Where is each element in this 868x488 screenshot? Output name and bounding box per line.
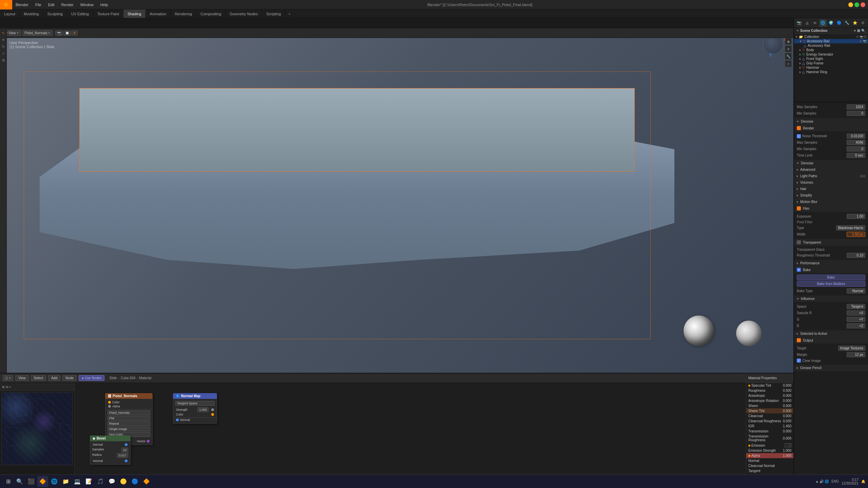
misc-icon[interactable]: 🔵 <box>130 476 140 487</box>
sc-filter-btn[interactable]: ⊞ <box>857 29 860 33</box>
cmd-icon[interactable]: 💻 <box>72 476 83 487</box>
rp-film-header[interactable]: Film <box>794 205 868 212</box>
strength-val[interactable]: 1.000 <box>197 407 209 412</box>
blender2-icon[interactable]: 🔶 <box>141 476 152 487</box>
tab-texture-paint[interactable]: Texture Paint <box>93 9 123 18</box>
ar-camera-icon[interactable]: 📷 <box>863 40 867 43</box>
projection-field[interactable]: Flat <box>107 416 150 421</box>
notification-btn[interactable]: 🔔 <box>861 480 865 483</box>
viewport-overlay-toggle[interactable]: ◉ <box>785 38 792 45</box>
tool-rotate[interactable]: ↻ <box>0 43 6 49</box>
tool-select[interactable]: ↖ <box>0 30 6 36</box>
g-val[interactable]: +Y <box>847 317 865 322</box>
viewport-icon-btn-1[interactable]: 📷 <box>55 30 63 36</box>
rp-bake-header[interactable]: B Bake <box>794 266 868 273</box>
viewport-proportional-toggle[interactable]: ⊙ <box>785 60 792 67</box>
rp-type-val[interactable]: Blackman-Harris <box>836 225 865 230</box>
rp-ms-val[interactable]: 1024 <box>847 104 865 109</box>
noise-val[interactable]: 0.01100 <box>847 134 865 139</box>
output-check[interactable] <box>797 338 801 342</box>
coll-camera-icon[interactable]: 📷 <box>860 35 863 39</box>
viewport-3d[interactable]: User Perspective (1) Scene Collection | … <box>0 38 793 373</box>
close-button[interactable] <box>861 2 865 7</box>
task-view-button[interactable]: ⬛ <box>26 476 37 487</box>
rp-render-header[interactable]: Render <box>794 125 868 131</box>
rp-width-val[interactable]: 1.50 px <box>847 232 865 237</box>
tgt-val[interactable]: Image Textures <box>838 346 865 351</box>
repeat-field[interactable]: Repeat <box>107 421 150 426</box>
sc-item-hammer-ring[interactable]: △ Hammer Ring <box>794 70 868 74</box>
film-check[interactable] <box>797 206 801 210</box>
menu-help[interactable]: Help <box>97 0 112 9</box>
tool-scale[interactable]: ⤢ <box>0 50 6 56</box>
mg-val[interactable]: 12 px <box>847 352 865 357</box>
viewport-icon-btn-3[interactable]: ✕ <box>72 30 78 36</box>
vscode-icon[interactable]: 📝 <box>83 476 94 487</box>
noise-threshold-check[interactable]: Noise Threshold <box>797 134 827 138</box>
tangent-space-field[interactable]: Tangent Space <box>175 401 215 406</box>
bake-button[interactable]: Bake <box>797 274 865 280</box>
rp-denoise1-header[interactable]: Denoise <box>794 118 868 125</box>
bt-val[interactable]: Normal <box>847 288 865 293</box>
viewport-snap-toggle[interactable]: 🔧 <box>785 53 792 60</box>
transparent-check[interactable] <box>797 240 801 244</box>
tab-animation[interactable]: Animation <box>146 9 171 18</box>
prop-icon-particles[interactable]: ⭐ <box>851 19 859 27</box>
node-canvas[interactable]: ⊞ ⊟ × <box>0 383 793 488</box>
tab-uv-editing[interactable]: UV Editing <box>67 9 93 18</box>
menu-file[interactable]: File <box>32 0 45 9</box>
sc-item-ar-mesh[interactable]: △ Accessory Rail <box>794 43 868 48</box>
sc-add-btn[interactable]: + <box>854 29 856 33</box>
sc-item-accessory-rail[interactable]: ▽ Accessory Rail 👁 📷 <box>794 39 868 43</box>
type-field[interactable]: Single Image <box>107 427 150 431</box>
chrome-icon[interactable]: 🟡 <box>118 476 129 487</box>
menu-blender[interactable]: Blender <box>12 0 32 9</box>
discord-icon[interactable]: 💬 <box>106 476 117 487</box>
rp-transparent-header[interactable]: Transparent <box>794 239 868 246</box>
prop-icon-modifier[interactable]: 🔧 <box>843 19 851 27</box>
node-view-btn[interactable]: View <box>15 375 29 381</box>
sc-item-grip-frame[interactable]: △ Grip Frame <box>794 61 868 65</box>
sc-item-collection[interactable]: 📁 Collection 👁 📷 ☐ <box>794 35 868 39</box>
coll-eye-icon[interactable]: 👁 <box>856 35 859 39</box>
node-node-btn[interactable]: Node <box>62 375 77 381</box>
viewport-gizmo-toggle[interactable]: ⊕ <box>785 45 792 52</box>
rp-denoise2-header[interactable]: Denoise <box>794 160 868 166</box>
tab-compositing[interactable]: Compositing <box>196 9 225 18</box>
tool-move[interactable]: ✛ <box>0 37 6 43</box>
rp-volumes-header[interactable]: Volumes <box>794 179 868 186</box>
rp-light-paths-header[interactable]: Light Paths ⊞⊞ <box>794 173 868 179</box>
b-val[interactable]: +Z <box>847 323 865 328</box>
rp-influence-header[interactable]: Influence <box>794 296 868 302</box>
tab-sculpting[interactable]: Sculpting <box>43 9 67 18</box>
bake-from-multires-button[interactable]: Bake from Multires <box>797 281 865 287</box>
blender-taskbar-icon[interactable]: 🔶 <box>37 476 48 487</box>
texture-name-field[interactable]: Pistol_Normals <box>107 410 150 415</box>
tool-transform[interactable]: ⊞ <box>0 57 6 63</box>
render-check[interactable] <box>797 126 801 130</box>
rp-advanced-header[interactable]: Advanced <box>794 166 868 173</box>
viewport-icon-btn-2[interactable]: 🔲 <box>63 30 71 36</box>
sc-collapse-arrow[interactable] <box>797 30 799 32</box>
tab-modeling[interactable]: Modeling <box>20 9 43 18</box>
minimize-button[interactable] <box>848 2 853 7</box>
coll-exclude-btn[interactable]: ☐ <box>864 35 867 39</box>
rp-motion-blur-header[interactable]: Motion Blur <box>794 199 868 205</box>
rp-performance-header[interactable]: Performance <box>794 260 868 266</box>
rp-rmax-val[interactable]: 4096 <box>847 140 865 145</box>
explorer-icon[interactable]: 📁 <box>60 476 71 487</box>
bake-check[interactable]: B <box>797 268 801 272</box>
menu-window[interactable]: Window <box>77 0 97 9</box>
tab-geometry-nodes[interactable]: Geometry Nodes <box>225 9 262 18</box>
rp-rmin-val[interactable]: 0 <box>847 146 865 151</box>
node-editor-type-dropdown[interactable]: ⬡ <box>3 375 13 381</box>
node-add-btn[interactable]: Add <box>48 375 60 381</box>
use-nodes-btn[interactable]: ● Use Nodes <box>79 375 104 381</box>
tab-rendering[interactable]: Rendering <box>171 9 196 18</box>
edge-icon[interactable]: 🌐 <box>49 476 60 487</box>
sc-item-energy-gen[interactable]: ▽ Energy Generator <box>794 52 868 57</box>
prop-icon-physics[interactable]: ⚙ <box>860 19 867 27</box>
tab-shading[interactable]: Shading <box>123 9 145 18</box>
prop-icon-scene[interactable]: 🌐 <box>820 19 827 27</box>
tab-layout[interactable]: Layout <box>0 9 20 18</box>
